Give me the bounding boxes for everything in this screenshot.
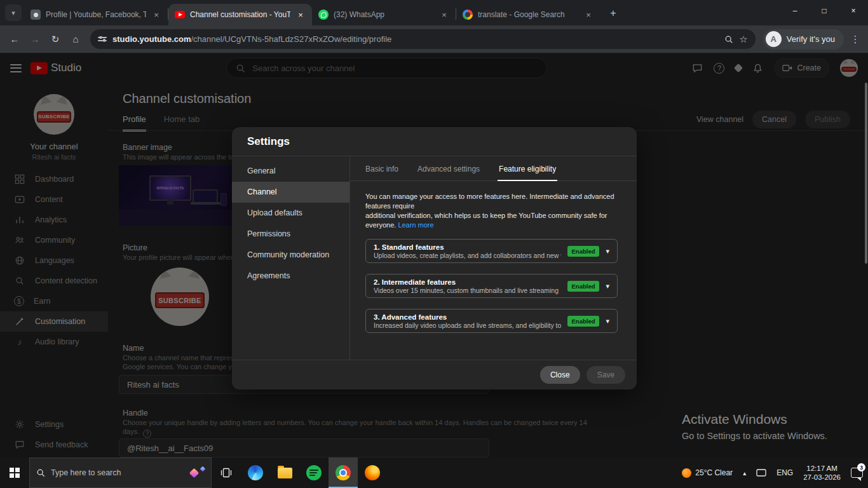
- tab-title: Profile | Youtube, Facebook, Tw: [46, 10, 146, 19]
- tray-overflow-chevron[interactable]: ▴: [738, 458, 751, 488]
- system-tray: 25°C Clear ▴ ENG 12:17 AM 27-03-2026 3: [677, 458, 868, 488]
- bookmark-star-icon[interactable]: ☆: [739, 34, 747, 45]
- browser-toolbar: ← → ↻ ⌂ studio.youtube.com/channel/UCgVT…: [0, 25, 868, 53]
- modal-tabs: Basic info Advanced settings Feature eli…: [350, 156, 637, 181]
- feature-title: 2. Intermediate features: [374, 278, 559, 287]
- modal-tab-feature-eligibility[interactable]: Feature eligibility: [498, 156, 557, 181]
- taskbar-search[interactable]: Type here to search: [29, 458, 212, 488]
- task-view-button[interactable]: [212, 458, 241, 488]
- close-window-button[interactable]: ×: [839, 0, 868, 22]
- chevron-down-icon[interactable]: ▾: [606, 317, 609, 325]
- modal-tab-advanced-settings[interactable]: Advanced settings: [416, 156, 481, 180]
- feature-title: 1. Standard features: [374, 243, 561, 252]
- firefox-icon: [365, 465, 380, 480]
- browser-tab-4[interactable]: translate - Google Search ×: [456, 4, 600, 25]
- verify-profile-chip[interactable]: A Verify it's you: [763, 29, 844, 50]
- search-in-address-icon[interactable]: [724, 35, 733, 44]
- modal-nav-channel[interactable]: Channel: [232, 182, 349, 203]
- tab-close-icon[interactable]: ×: [439, 10, 449, 20]
- browser-menu-icon[interactable]: ⋮: [848, 34, 863, 45]
- profile-avatar: A: [766, 31, 782, 47]
- feature-eligibility-info: You can manage your access to more featu…: [350, 181, 637, 230]
- taskbar-app-chrome-active[interactable]: [329, 458, 358, 488]
- device-icon: [756, 469, 766, 477]
- status-badge: Enabled: [567, 281, 600, 292]
- reload-button[interactable]: ↻: [46, 30, 65, 49]
- site-info-icon[interactable]: [98, 37, 107, 41]
- chevron-down-icon[interactable]: ▾: [606, 247, 609, 255]
- modal-tab-basic-info[interactable]: Basic info: [364, 156, 400, 180]
- feature-advanced[interactable]: 3. Advanced features Increased daily vid…: [365, 309, 618, 333]
- action-center-button[interactable]: 3: [846, 458, 868, 488]
- window-controls: – □ ×: [780, 0, 868, 22]
- weather-widget[interactable]: 25°C Clear: [677, 458, 738, 488]
- tab-title: (32) WhatsApp: [334, 10, 434, 19]
- activate-windows-watermark: Activate Windows Go to Settings to activ…: [682, 412, 827, 441]
- save-button[interactable]: Save: [587, 366, 625, 384]
- url-text: studio.youtube.com/channel/UCgVTNs-5hafL…: [112, 34, 719, 44]
- modal-content: Basic info Advanced settings Feature eli…: [349, 156, 637, 360]
- close-button[interactable]: Close: [540, 366, 580, 384]
- spotify-icon: [306, 465, 322, 480]
- weather-icon: [682, 468, 691, 478]
- time: 12:17 AM: [806, 464, 837, 473]
- learn-more-link[interactable]: Learn more: [398, 221, 433, 229]
- feature-title: 3. Advanced features: [374, 313, 561, 322]
- screen: ▾ Profile | Youtube, Facebook, Tw × Chan…: [0, 0, 868, 488]
- start-button[interactable]: [0, 458, 29, 488]
- browser-tabstrip: ▾ Profile | Youtube, Facebook, Tw × Chan…: [0, 0, 868, 25]
- back-button[interactable]: ←: [5, 30, 24, 49]
- settings-modal: Settings General Channel Upload defaults…: [232, 127, 637, 390]
- modal-body: General Channel Upload defaults Permissi…: [232, 156, 637, 360]
- browser-tab-3[interactable]: (32) WhatsApp ×: [312, 4, 456, 25]
- tab-close-icon[interactable]: ×: [295, 10, 306, 20]
- youtube-favicon: [175, 11, 185, 18]
- tab-search-icon[interactable]: ▾: [5, 4, 22, 21]
- google-favicon: [463, 10, 473, 20]
- language-indicator[interactable]: ENG: [771, 458, 798, 488]
- page-scrollbar[interactable]: [865, 83, 867, 264]
- touch-keyboard-button[interactable]: [751, 458, 771, 488]
- modal-footer: Close Save: [232, 360, 637, 390]
- feature-desc: Increased daily video uploads and live s…: [374, 322, 561, 330]
- chrome-icon: [336, 465, 351, 480]
- taskbar-app-spotify[interactable]: [299, 458, 329, 488]
- features-list: 1. Standard features Upload videos, crea…: [350, 230, 637, 344]
- feature-standard[interactable]: 1. Standard features Upload videos, crea…: [365, 239, 618, 263]
- home-button[interactable]: ⌂: [66, 30, 85, 49]
- address-bar[interactable]: studio.youtube.com/channel/UCgVTNs-5hafL…: [90, 29, 756, 49]
- search-icon: [36, 468, 45, 477]
- modal-nav-community-moderation[interactable]: Community moderation: [232, 245, 349, 266]
- feature-intermediate[interactable]: 2. Intermediate features Videos over 15 …: [365, 274, 618, 298]
- notification-count-badge: 3: [857, 463, 865, 471]
- tab-title: translate - Google Search: [478, 10, 578, 19]
- modal-nav-permissions[interactable]: Permissions: [232, 224, 349, 245]
- modal-nav-agreements[interactable]: Agreements: [232, 266, 349, 287]
- modal-nav-upload-defaults[interactable]: Upload defaults: [232, 203, 349, 224]
- taskbar-clock[interactable]: 12:17 AM 27-03-2026: [798, 458, 846, 488]
- feature-desc: Upload videos, create playlists, and add…: [374, 252, 561, 260]
- forward-button[interactable]: →: [25, 30, 44, 49]
- profile-tab-favicon: [31, 10, 41, 20]
- chevron-down-icon[interactable]: ▾: [606, 282, 609, 290]
- taskbar-app-edge[interactable]: [241, 458, 270, 488]
- browser-tab-1[interactable]: Profile | Youtube, Facebook, Tw ×: [24, 4, 168, 25]
- modal-nav: General Channel Upload defaults Permissi…: [232, 156, 349, 360]
- feature-desc: Videos over 15 minutes, custom thumbnail…: [374, 287, 559, 295]
- whatsapp-favicon: [318, 10, 329, 20]
- maximize-button[interactable]: □: [810, 0, 839, 22]
- modal-nav-general[interactable]: General: [232, 161, 349, 182]
- taskbar: Type here to search 25°C Clear ▴ ENG 12:…: [0, 458, 868, 488]
- copilot-sparkle-icon[interactable]: [189, 468, 200, 478]
- new-tab-button[interactable]: +: [605, 5, 621, 22]
- status-badge: Enabled: [567, 246, 600, 257]
- minimize-button[interactable]: –: [780, 0, 810, 22]
- taskbar-app-firefox[interactable]: [358, 458, 387, 488]
- modal-title: Settings: [247, 135, 290, 148]
- tab-close-icon[interactable]: ×: [151, 10, 161, 20]
- taskbar-app-file-explorer[interactable]: [270, 458, 299, 488]
- browser-tab-2-active[interactable]: Channel customisation - YouTu ×: [168, 4, 312, 25]
- status-badge: Enabled: [567, 316, 600, 327]
- edge-icon: [248, 465, 263, 480]
- tab-close-icon[interactable]: ×: [583, 10, 593, 20]
